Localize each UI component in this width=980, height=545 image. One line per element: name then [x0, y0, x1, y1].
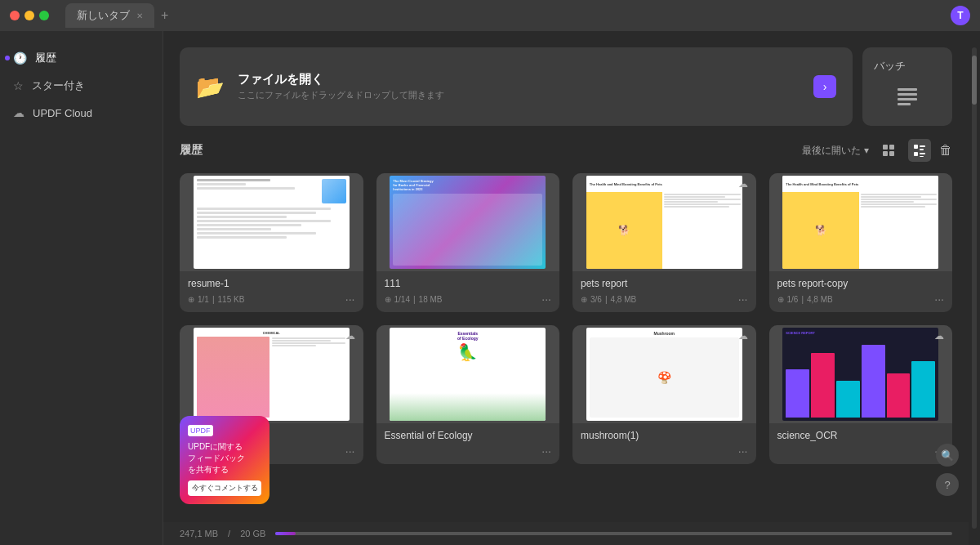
file-info-pets-copy: pets report-copy ⊕ 1/6 | 4,8 MB ···	[769, 271, 953, 312]
file-info-ecology: Essential of Ecology ···	[376, 423, 560, 464]
storage-used: 247,1 MB	[180, 529, 218, 538]
sort-label: 最後に開いた	[802, 144, 861, 158]
more-button-mushroom[interactable]: ···	[738, 444, 748, 458]
svg-rect-0	[898, 88, 917, 91]
storage-total: 20 GB	[240, 529, 265, 538]
cloud-icon: ☁	[13, 106, 24, 119]
cloud-icon-page-pdf: ☁	[345, 330, 355, 342]
svg-rect-8	[914, 145, 918, 149]
size-resume: 115 KB	[218, 295, 245, 304]
file-card-mushroom[interactable]: ☁ Mushroom 🍄 mushroom(1) ···	[572, 325, 756, 464]
file-info-mushroom: mushroom(1) ···	[572, 423, 756, 464]
separator-resume: |	[212, 295, 215, 304]
pages-pets: 3/6	[590, 295, 602, 304]
file-card-pets[interactable]: ☁ The Health and Mind Boosting Benefits …	[572, 173, 756, 312]
view-grid-button[interactable]	[877, 139, 900, 162]
more-button-pets[interactable]: ···	[738, 293, 748, 306]
search-tool-icon: 🔍	[941, 449, 954, 462]
file-meta-mushroom: ···	[581, 444, 748, 458]
file-meta-111: ⊕ 1/14 | 18 MB ···	[385, 293, 552, 306]
file-name-mushroom: mushroom(1)	[581, 430, 748, 441]
file-info-pets: pets report ⊕ 3/6 | 4,8 MB ···	[572, 271, 756, 312]
svg-rect-1	[898, 93, 917, 96]
file-name-resume: resume-1	[188, 278, 355, 289]
sidebar-item-starred-label: スター付き	[32, 78, 85, 93]
sidebar: 🕐 履歴 ☆ スター付き ☁ UPDF Cloud	[0, 31, 163, 545]
file-card-ecology[interactable]: Essentialsof Ecology 🦜 Essential of Ecol…	[376, 325, 560, 464]
storage-fill	[275, 532, 296, 535]
separator-pets-copy: |	[801, 295, 804, 304]
delete-button[interactable]: 🗑	[939, 143, 952, 158]
active-dot	[5, 56, 10, 60]
size-pets-copy: 4,8 MB	[807, 295, 833, 304]
batch-icon	[894, 83, 920, 114]
feedback-button[interactable]: 今すぐコメントする	[188, 480, 261, 496]
svg-rect-7	[889, 151, 894, 156]
file-thumbnail-mushroom: ☁ Mushroom 🍄	[572, 325, 756, 423]
tab-close-icon[interactable]: ✕	[136, 11, 143, 20]
pages-resume: 1/1	[198, 295, 209, 304]
storage-separator: /	[228, 529, 230, 538]
pages-icon-resume: ⊕	[188, 295, 194, 304]
storage-track	[275, 532, 952, 535]
history-controls: 最後に開いた ▾	[802, 139, 952, 162]
traffic-lights	[10, 11, 49, 20]
feedback-title: UPDFに関するフィードバックを共有する	[188, 441, 261, 476]
tab-bar: 新しいタブ ✕ +	[65, 3, 944, 28]
file-thumbnail-ecology: Essentialsof Ecology 🦜	[376, 325, 560, 423]
file-name-science: science_OCR	[777, 430, 945, 441]
cloud-icon-mushroom: ☁	[738, 330, 748, 342]
open-file-title: ファイルを開く	[238, 72, 444, 87]
open-file-arrow[interactable]: ›	[813, 75, 836, 98]
more-button-111[interactable]: ···	[541, 293, 551, 306]
svg-rect-11	[920, 149, 924, 150]
history-title: 履歴	[180, 143, 203, 158]
size-pets: 4,8 MB	[611, 295, 637, 304]
more-button-resume[interactable]: ···	[345, 293, 355, 306]
size-111: 18 MB	[419, 295, 443, 304]
sidebar-item-starred[interactable]: ☆ スター付き	[0, 72, 163, 100]
separator-pets: |	[605, 295, 608, 304]
file-thumbnail-science: ☁ SCIENCE REPORT	[769, 325, 953, 423]
file-meta-left-resume: ⊕ 1/1 | 115 KB	[188, 295, 244, 304]
pages-111: 1/14	[394, 295, 410, 304]
search-tool-button[interactable]: 🔍	[936, 444, 959, 467]
close-button[interactable]	[10, 11, 20, 20]
svg-rect-2	[898, 98, 917, 101]
file-card-pets-copy[interactable]: The Health and Mind Boosting Benefits of…	[769, 173, 953, 312]
file-meta-resume: ⊕ 1/1 | 115 KB ···	[188, 293, 355, 306]
cloud-icon-pets: ☁	[738, 178, 748, 190]
svg-rect-3	[898, 103, 911, 105]
file-thumbnail-page-pdf: ☁ CHEMICAL	[180, 325, 363, 423]
svg-rect-10	[920, 145, 925, 147]
svg-rect-12	[920, 153, 925, 154]
titlebar-right: T	[951, 6, 970, 25]
file-meta-science: ···	[777, 444, 945, 458]
cloud-icon-science: ☁	[934, 330, 944, 342]
avatar[interactable]: T	[951, 6, 970, 25]
sidebar-item-cloud[interactable]: ☁ UPDF Cloud	[0, 100, 163, 126]
view-list-button[interactable]	[908, 139, 931, 162]
sidebar-item-history[interactable]: 🕐 履歴	[0, 44, 163, 72]
content-area: 📂 ファイルを開く ここにファイルをドラッグ＆ドロップして開きます › バッチ	[163, 31, 969, 545]
more-button-pets-copy[interactable]: ···	[934, 293, 944, 306]
more-button-ecology[interactable]: ···	[541, 444, 551, 458]
tab-add-button[interactable]: +	[161, 8, 168, 23]
sort-button[interactable]: 最後に開いた ▾	[802, 144, 869, 158]
file-card-111[interactable]: The Most Crucial Strategyfor Banks and F…	[376, 173, 560, 312]
fullscreen-button[interactable]	[39, 11, 49, 20]
file-card-resume[interactable]: resume-1 ⊕ 1/1 | 115 KB ···	[180, 173, 363, 312]
file-card-science[interactable]: ☁ SCIENCE REPORT	[769, 325, 953, 464]
open-file-card[interactable]: 📂 ファイルを開く ここにファイルをドラッグ＆ドロップして開きます ›	[180, 47, 853, 126]
pages-icon-111: ⊕	[385, 295, 391, 304]
svg-rect-5	[889, 145, 894, 150]
more-button-page-pdf[interactable]: ···	[345, 444, 355, 458]
help-tool-button[interactable]: ?	[936, 473, 959, 496]
minimize-button[interactable]	[24, 11, 34, 20]
scrollbar[interactable]	[972, 47, 977, 529]
batch-card[interactable]: バッチ	[862, 47, 952, 126]
history-icon: 🕐	[13, 51, 27, 65]
scrollbar-thumb[interactable]	[972, 56, 977, 105]
tab-new[interactable]: 新しいタブ ✕	[65, 3, 154, 28]
top-row: 📂 ファイルを開く ここにファイルをドラッグ＆ドロップして開きます › バッチ	[180, 47, 952, 126]
